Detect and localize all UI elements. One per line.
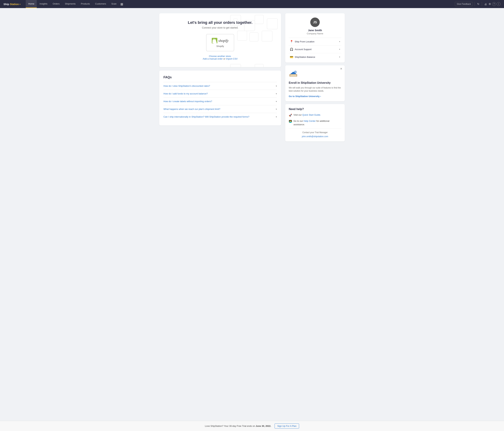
faq-item-3[interactable]: How do I create labels without importing… [163,97,277,105]
faq-chevron-1: ▾ [276,85,277,87]
help-item-help-center: 🧑‍💻 Go to our Help Center for additional… [289,119,341,126]
print-icon[interactable]: 🖨 [484,2,487,6]
navbar: ShipStation● Home Insights Orders Shipme… [0,0,504,8]
shopify-logo: shopify [212,38,229,43]
help-quick-start-text: Visit our Quick Start Guide. [294,113,321,117]
university-link[interactable]: Go to ShipStation University › [289,95,321,98]
account-support-section[interactable]: 🎧 Account Support ▾ [289,45,341,53]
footer-text: Love ShipStation? Your 30-day Free Trial… [205,425,271,427]
help-center-link[interactable]: Help Center [304,120,316,122]
university-card: ✕ Enroll in ShipStation University We wi… [285,65,345,101]
faq-item-1[interactable]: How do I view ShipStation's discounted r… [163,82,277,90]
footer-prefix: Love ShipStation? Your 30-day Free Trial… [205,425,256,427]
balance-label: ShipStation Balance [295,56,339,58]
rocket-icon: 🚀 [289,113,292,117]
nav-products[interactable]: Products [78,0,92,8]
help-card: Need help? 🚀 Visit our Quick Start Guide… [285,104,345,141]
connect-title: Let's bring all your orders together. [164,20,276,25]
faq-item-2[interactable]: How do I add funds to my account balance… [163,90,277,97]
shopify-store-option[interactable]: shopify Shopify [206,34,234,51]
faq-question-3: How do I create labels without importing… [163,100,276,103]
faq-card: FAQs How do I view ShipStation's discoun… [159,71,281,125]
profile-company: Company Name [289,32,341,35]
ship-from-chevron: ▾ [339,40,340,43]
nav-divider [475,2,475,6]
connect-links: Choose another store.Add a manual order … [164,55,276,60]
main-content: Let's bring all your orders together. Co… [156,8,348,155]
balance-chevron: ▾ [339,56,340,58]
nav-scan[interactable]: Scan [109,0,119,8]
nav-shipments[interactable]: Shipments [63,0,78,8]
faq-chevron-3: ▾ [276,100,277,103]
help-title: Need help? [289,108,341,111]
faq-chevron-4: ▾ [276,108,277,110]
trial-manager-label: Contact your Trial Manager [289,131,341,134]
faq-chevron-5: ▾ [276,116,277,118]
help-item-quick-start: 🚀 Visit our Quick Start Guide. [289,113,341,117]
ship-from-label: Ship From Location [295,40,339,43]
user-icon[interactable]: i [497,2,501,6]
faq-question-4: What happens when we reach our plan's sh… [163,108,276,110]
svg-rect-2 [290,75,297,76]
university-icon [289,69,341,79]
account-support-chevron: ▾ [339,48,340,50]
avatar: JS [310,18,320,27]
right-column: JS Jane Smith Company Name 📍 Ship From L… [285,13,345,141]
university-description: We will walk you through our suite of fe… [289,86,341,93]
profile-name: Jane Smith [289,29,341,32]
brand-dot: ● [19,3,20,5]
brand-station: Station [10,3,19,6]
give-feedback-button[interactable]: Give Feedback [455,2,473,6]
profile-card: JS Jane Smith Company Name 📍 Ship From L… [285,13,345,63]
nav-orders[interactable]: Orders [50,0,62,8]
help-icon[interactable]: ? [492,2,496,6]
refresh-icon[interactable]: ↻ [477,2,480,6]
faq-chevron-2: ▾ [276,93,277,95]
choose-another-store-link[interactable]: Choose another store. [209,55,232,57]
footer-date: June 30, 2022. [256,425,271,427]
brand-logo[interactable]: ShipStation● [3,3,20,6]
sign-up-button[interactable]: Sign Up For A Plan [275,423,299,429]
support-icon: 🎧 [290,48,293,51]
shipstation-balance-section[interactable]: 💳 ShipStation Balance ▾ [289,53,341,61]
quick-start-guide-link[interactable]: Quick Start Guide. [302,113,321,116]
faq-question-2: How do I add funds to my account balance… [163,92,276,95]
ship-from-location-section[interactable]: 📍 Ship From Location ▾ [289,38,341,45]
nav-home[interactable]: Home [26,0,37,8]
connect-subtitle: Connect your store to get started. [164,26,276,29]
faq-question-5: Can I ship internationally in ShipStatio… [163,115,276,118]
shopify-text: shopify [218,39,229,43]
brand-ship: Ship [3,3,9,6]
shopify-bag-icon [212,38,217,43]
faq-item-4[interactable]: What happens when we reach our plan's sh… [163,105,277,113]
nav-insights[interactable]: Insights [37,0,50,8]
settings-icon[interactable]: ⚙ [488,2,491,6]
left-column: Let's bring all your orders together. Co… [159,13,281,125]
import-csv-link[interactable]: import CSV [226,57,237,60]
faq-item-5[interactable]: Can I ship internationally in ShipStatio… [163,113,277,121]
barcode-icon[interactable]: ▦ [120,2,124,6]
nav-right: Give Feedback ↻ 🖨 ⚙ ? i [455,2,501,6]
faq-question-1: How do I view ShipStation's discounted r… [163,85,276,87]
add-manual-order-link[interactable]: Add a manual order [203,57,223,60]
store-label: Shopify [216,45,224,47]
connect-card: Let's bring all your orders together. Co… [159,13,281,67]
help-divider [289,129,341,129]
nav-customers[interactable]: Customers [93,0,108,8]
account-support-label: Account Support [295,48,339,51]
footer-banner: Love ShipStation? Your 30-day Free Trial… [0,421,504,431]
university-title: Enroll in ShipStation University [289,81,341,85]
close-button[interactable]: ✕ [340,67,342,70]
faq-title: FAQs [163,75,277,79]
help-center-text: Go to our Help Center for additional ass… [294,119,341,126]
person-icon: 🧑‍💻 [289,120,292,123]
location-icon: 📍 [290,40,293,43]
balance-icon: 💳 [290,55,293,59]
nav-links: Home Insights Orders Shipments Products … [26,0,455,8]
trial-manager-email-container: john.smith@shipstation.com [289,135,341,138]
trial-manager-email-link[interactable]: john.smith@shipstation.com [302,135,328,138]
